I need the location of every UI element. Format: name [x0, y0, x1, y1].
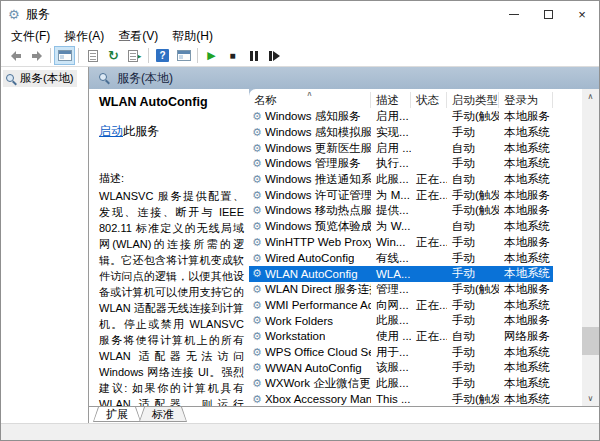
table-row[interactable]: ⚙Windows 移动热点服务提供...手动(触发...本地服务: [249, 203, 553, 219]
service-logon-cell: 本地系统: [499, 156, 553, 172]
table-row[interactable]: ⚙Windows 许可证管理器服务为 M...正在...手动(触发...本地服务: [249, 187, 553, 203]
table-row[interactable]: ⚙WLAN Direct 服务连接管...管理...手动(触发...本地服务: [249, 282, 553, 298]
service-startup-cell: 手动: [447, 156, 499, 172]
table-row[interactable]: ⚙Windows 推送通知系统服务此服...正在...自动本地系统: [249, 172, 553, 188]
scroll-down-icon[interactable]: ∨: [582, 391, 599, 406]
table-row[interactable]: ⚙Xbox Accessory Manage...This ...手动(触发..…: [249, 391, 553, 406]
toolbar-separator: [78, 48, 79, 63]
service-name-cell: ⚙WLAN AutoConfig: [249, 266, 371, 282]
service-logon-cell: 本地系统: [499, 140, 553, 156]
toolbar-separator: [148, 48, 149, 63]
table-row[interactable]: ⚙WWAN AutoConfig该服...手动本地系统: [249, 360, 553, 376]
service-startup-cell: 手动(触发...: [447, 282, 499, 298]
minimize-button[interactable]: [497, 2, 531, 26]
service-status-cell: 正在...: [411, 329, 447, 345]
menu-item-view[interactable]: 查看(V): [111, 28, 165, 45]
pause-service-icon[interactable]: [243, 46, 264, 65]
start-link-text[interactable]: 启动: [99, 124, 123, 138]
scroll-up-icon[interactable]: ∧: [582, 89, 599, 104]
service-name-text: Wired AutoConfig: [265, 252, 355, 264]
service-startup-cell: 自动: [447, 219, 499, 235]
service-desc-cell: 向网...: [371, 297, 411, 313]
service-desc-cell: Win...: [371, 235, 411, 251]
table-row[interactable]: ⚙Windows 更新医生服务启用 ...自动本地系统: [249, 140, 553, 156]
service-gear-icon: ⚙: [252, 362, 262, 373]
table-row[interactable]: ⚙Windows 管理服务执行...手动本地系统: [249, 156, 553, 172]
refresh-icon[interactable]: ↻: [103, 46, 124, 65]
services-table-header: 名称∧描述状态启动类型登录为: [249, 91, 599, 109]
column-header-name[interactable]: 名称∧: [249, 92, 371, 108]
task-pane: WLAN AutoConfig 启动此服务 描述: WLANSVC 服务提供配置…: [89, 89, 249, 406]
service-name-text: WinHTTP Web Proxy Aut...: [265, 236, 371, 248]
table-row[interactable]: ⚙WinHTTP Web Proxy Aut...Win...正在...手动本地…: [249, 235, 553, 251]
table-row[interactable]: ⚙WXWork 企业微信更新服务此服...手动本地系统: [249, 376, 553, 392]
menu-item-file[interactable]: 文件(F): [4, 28, 57, 45]
service-logon-cell: 本地系统: [499, 266, 553, 282]
tree-item-services-local[interactable]: 服务(本地): [3, 70, 77, 87]
extended-view-icon[interactable]: [173, 46, 194, 65]
service-desc-cell: 使用 ...: [371, 329, 411, 345]
close-button[interactable]: ×: [565, 2, 599, 26]
service-logon-cell: 本地系统: [499, 219, 553, 235]
service-name-text: WMI Performance Adapt...: [265, 299, 371, 311]
service-gear-icon: ⚙: [252, 394, 262, 405]
sort-ascending-icon: ∧: [307, 92, 313, 98]
table-row[interactable]: ⚙Windows 感知模拟服务实现...手动本地系统: [249, 125, 553, 141]
service-gear-icon: ⚙: [252, 300, 262, 311]
service-gear-icon: ⚙: [252, 284, 262, 295]
tab-extended[interactable]: 扩展: [93, 407, 141, 422]
service-desc-cell: 启用...: [371, 109, 411, 125]
service-startup-cell: 手动(触发...: [447, 203, 499, 219]
restart-service-icon[interactable]: [264, 46, 285, 65]
service-status-cell: [411, 109, 447, 125]
table-row[interactable]: ⚙WMI Performance Adapt...向网...正在...手动本地系…: [249, 297, 553, 313]
table-row[interactable]: ⚙Workstation使用 ...正在...自动网络服务: [249, 329, 553, 345]
service-logon-cell: 本地系统: [499, 172, 553, 188]
service-logon-cell: 本地服务: [499, 109, 553, 125]
content-area: WLAN AutoConfig 启动此服务 描述: WLANSVC 服务提供配置…: [89, 89, 599, 406]
service-name-cell: ⚙Windows 移动热点服务: [249, 203, 371, 219]
service-status-cell: [411, 282, 447, 298]
column-header-logon[interactable]: 登录为: [499, 92, 553, 108]
back-icon[interactable]: [5, 46, 26, 65]
services-banner: 服务(本地): [89, 67, 599, 89]
maximize-button[interactable]: [531, 2, 565, 26]
service-name-text: WLAN AutoConfig: [265, 268, 358, 280]
export-list-icon[interactable]: ▶: [124, 46, 145, 65]
menu-item-help[interactable]: 帮助(H): [165, 28, 220, 45]
stop-service-icon[interactable]: ■: [222, 46, 243, 65]
service-gear-icon: ⚙: [252, 127, 262, 138]
service-desc-cell: 实现...: [371, 125, 411, 141]
menu-item-action[interactable]: 操作(A): [57, 28, 111, 45]
table-row[interactable]: ⚙Work Folders此服...手动本地服务: [249, 313, 553, 329]
service-name-text: Windows 移动热点服务: [265, 203, 371, 218]
services-table: 名称∧描述状态启动类型登录为 ⚙Windows 感知服务启用...手动(触发..…: [249, 89, 599, 406]
table-row[interactable]: ⚙Windows 感知服务启用...手动(触发...本地服务: [249, 109, 553, 125]
scrollbar-thumb[interactable]: [582, 327, 599, 355]
help-icon[interactable]: ?: [152, 46, 173, 65]
service-name-cell: ⚙Workstation: [249, 329, 371, 345]
properties-icon[interactable]: [82, 46, 103, 65]
column-header-status[interactable]: 状态: [411, 92, 447, 108]
start-service-icon[interactable]: ▶: [201, 46, 222, 65]
column-header-desc[interactable]: 描述: [371, 92, 411, 108]
description-label: 描述:: [99, 171, 244, 186]
service-gear-icon: ⚙: [252, 237, 262, 248]
column-header-startup[interactable]: 启动类型: [447, 92, 499, 108]
forward-icon[interactable]: [26, 46, 47, 65]
services-app-icon: ⚙: [8, 8, 20, 21]
table-row[interactable]: ⚙Windows 预览体验成员服务为 W...自动本地系统: [249, 219, 553, 235]
service-status-cell: [411, 344, 447, 360]
service-desc-cell: 为 M...: [371, 187, 411, 203]
table-row[interactable]: ⚙Wired AutoConfig有线...手动本地系统: [249, 250, 553, 266]
tab-standard[interactable]: 标准: [139, 407, 187, 422]
show-console-tree-icon[interactable]: [54, 46, 75, 65]
service-status-cell: 正在...: [411, 187, 447, 203]
service-logon-cell: 本地系统: [499, 344, 553, 360]
service-gear-icon: ⚙: [252, 111, 262, 122]
service-logon-cell: 本地服务: [499, 282, 553, 298]
vertical-scrollbar[interactable]: ∧ ∨: [582, 89, 599, 406]
start-service-link[interactable]: 启动此服务: [99, 123, 244, 140]
table-row[interactable]: ⚙WLAN AutoConfigWLA...手动本地系统: [249, 266, 553, 282]
table-row[interactable]: ⚙WPS Office Cloud Service用于...手动本地系统: [249, 344, 553, 360]
